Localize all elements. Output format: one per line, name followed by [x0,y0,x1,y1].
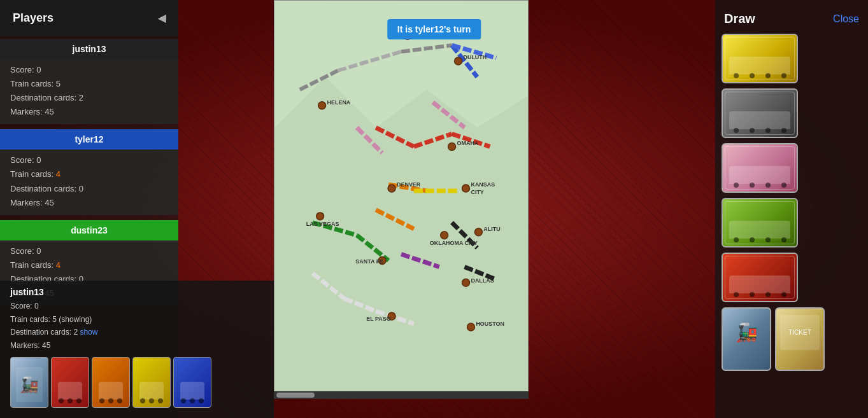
score-justin13: Score: 0 [10,63,168,77]
close-button[interactable]: Close [833,13,859,25]
map-scrollbar[interactable] [274,391,529,399]
svg-text:OMAHA: OMAHA [457,140,479,146]
markers-justin13: Markers: 45 [10,105,168,119]
svg-point-35 [441,232,448,239]
train-cards-tyler12: Train cards: 4 [10,167,168,181]
svg-point-30 [388,185,395,192]
train-cards-dustin23: Train cards: 4 [10,258,168,272]
svg-text:HOUSTON: HOUSTON [476,321,504,327]
hand-stats: Score: 0 Train cards: 5 (showing) Destin… [10,300,264,352]
svg-point-26 [318,102,326,109]
svg-text:SANTA FE: SANTA FE [355,258,383,265]
player-name-bar-justin13: justin13 [0,39,178,59]
svg-point-47 [474,228,482,236]
markers-tyler12: Markers: 45 [10,196,168,210]
svg-point-24 [455,57,462,65]
score-dustin23: Score: 0 [10,244,168,258]
draw-header: Draw Close [722,6,862,34]
draw-card-pink[interactable] [722,143,798,193]
svg-text:OKLAHOMA CITY: OKLAHOMA CITY [430,240,478,246]
show-dest-cards-link[interactable]: show [80,328,97,337]
hand-card-4[interactable] [173,357,211,408]
map-area: WINNIPEG DULUTH HELENA OMAHA DENVER KANS… [274,0,529,394]
ticket-deck[interactable]: TICKET [775,307,825,371]
players-title: Players [13,11,53,25]
turn-indicator: It is tyler12's turn [387,19,481,39]
svg-point-39 [467,323,474,331]
dest-cards-justin13: Destination cards: 2 [10,91,168,105]
svg-point-28 [448,143,456,150]
hand-player-name: justin13 [10,287,264,297]
svg-text:LAS VEGAS: LAS VEGAS [306,221,339,227]
hand-card-2[interactable] [92,357,130,408]
svg-point-37 [462,279,470,286]
collapse-button[interactable]: ◀ [158,12,166,24]
face-down-row: 🚂 TICKET [722,307,862,371]
scrollbar-thumb[interactable] [276,393,315,398]
hand-card-0[interactable] [10,357,48,408]
player-name-bar-tyler12: tyler12 [0,129,178,150]
draw-card-gray[interactable] [722,88,798,138]
svg-text:CITY: CITY [471,189,483,195]
svg-text:KANSAS: KANSAS [471,181,495,188]
player-block-justin13: justin13 Score: 0 Train cards: 5 Destina… [0,36,178,127]
draw-card-yellow[interactable] [722,34,798,83]
draw-title: Draw [724,11,755,26]
svg-point-32 [462,185,470,192]
player-name-bar-dustin23: dustin23 [0,220,178,240]
draw-panel: Draw Close 🚂 TICKET [715,0,868,418]
svg-text:ALITU: ALITU [483,226,500,232]
draw-card-red[interactable] [722,253,798,302]
svg-text:EL PASO: EL PASO [366,316,390,322]
hand-markers: Markers: 45 [10,339,264,352]
svg-text:DENVER: DENVER [397,181,421,188]
player-name-tyler12: tyler12 [75,134,103,144]
dest-cards-tyler12: Destination cards: 0 [10,182,168,196]
hand-train-cards: Train cards: 5 (showing) [10,313,264,326]
svg-point-45 [317,212,324,220]
players-header: Players ◀ [0,0,178,36]
hand-score: Score: 0 [10,300,264,312]
train-cards-justin13: Train cards: 5 [10,77,168,91]
player-name-justin13: justin13 [73,44,106,54]
score-tyler12: Score: 0 [10,153,168,167]
player-stats-justin13: Score: 0 Train cards: 5 Destination card… [0,59,178,124]
hand-cards [10,357,264,408]
map-content: WINNIPEG DULUTH HELENA OMAHA DENVER KANS… [274,1,528,394]
train-deck[interactable]: 🚂 [722,307,771,371]
player-stats-tyler12: Score: 0 Train cards: 4 Destination card… [0,150,178,214]
player-name-dustin23: dustin23 [71,225,108,235]
hand-section: justin13 Score: 0 Train cards: 5 (showin… [0,281,274,418]
player-block-tyler12: tyler12 Score: 0 Train cards: 4 Destinat… [0,127,178,217]
svg-text:HELENA: HELENA [327,99,351,106]
hand-dest-cards: Destination cards: 2 show [10,326,264,338]
svg-text:DALLAS: DALLAS [471,277,494,284]
draw-card-green[interactable] [722,198,798,247]
hand-card-3[interactable] [132,357,171,408]
svg-text:DULUTH: DULUTH [464,54,487,60]
hand-card-1[interactable] [51,357,89,408]
